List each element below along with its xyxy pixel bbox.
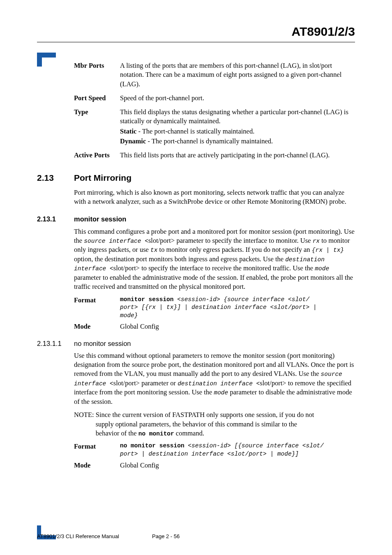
section-2-13-1-1-paragraph: Use this command without optional parame… xyxy=(74,351,355,406)
header-rule xyxy=(37,42,355,42)
mode-row-2: Mode Global Config xyxy=(74,461,355,470)
definition-description: This field lists ports that are actively… xyxy=(120,151,355,161)
subsection-number: 2.13.1 xyxy=(37,214,74,223)
section-2-13-heading: 2.13 Port Mirroring xyxy=(37,172,355,184)
subsubsection-title: no monitor session xyxy=(74,339,131,348)
mode-row-1: Mode Global Config xyxy=(74,322,355,331)
page-title: AT8901/2/3 xyxy=(37,25,355,39)
definition-row: TypeThis field displays the status desig… xyxy=(74,108,355,147)
definition-term: Mbr Ports xyxy=(74,61,120,90)
mode-value: Global Config xyxy=(120,322,355,331)
mode-value: Global Config xyxy=(120,461,355,470)
definition-row: Port SpeedSpeed of the port-channel port… xyxy=(74,94,355,104)
note-row: NOTE: Since the current version of FASTP… xyxy=(74,410,355,438)
definition-row: Mbr PortsA listing of the ports that are… xyxy=(74,61,355,90)
definition-term: Port Speed xyxy=(74,94,120,104)
definition-description: A listing of the ports that are members … xyxy=(120,61,355,90)
format-code: monitor session <session-id> {source int… xyxy=(120,296,355,320)
format-row-1: Format monitor session <session-id> {sou… xyxy=(74,296,355,320)
mode-label: Mode xyxy=(74,322,120,331)
subsubsection-number: 2.13.1.1 xyxy=(37,339,74,348)
definition-description: This field displays the status designati… xyxy=(120,108,355,147)
definition-term: Active Ports xyxy=(74,151,120,161)
subsection-title: monitor session xyxy=(74,214,126,223)
footer-left: AT8901/2/3 CLI Reference Manual xyxy=(37,533,152,539)
format-label: Format xyxy=(74,442,120,458)
definition-term: Type xyxy=(74,108,120,147)
format-row-2: Format no monitor session <session-id> [… xyxy=(74,442,355,458)
format-code: no monitor session <session-id> [{source… xyxy=(120,442,355,458)
mode-label: Mode xyxy=(74,461,120,470)
content-area: Mbr PortsA listing of the ports that are… xyxy=(74,61,355,470)
section-2-13-1-paragraph: This command configures a probe port and… xyxy=(74,227,355,292)
section-2-13-1-1-heading: 2.13.1.1 no monitor session xyxy=(37,339,355,348)
footer-page-number: Page 2 - 56 xyxy=(152,533,180,539)
footer: AT8901/2/3 CLI Reference Manual Page 2 -… xyxy=(37,533,355,539)
note-body: Since the current version of FASTPATH on… xyxy=(96,410,355,438)
section-number: 2.13 xyxy=(37,172,74,184)
note-label: NOTE: xyxy=(74,410,96,438)
section-2-13-1-heading: 2.13.1 monitor session xyxy=(37,214,355,223)
section-2-13-paragraph: Port mirroring, which is also known as p… xyxy=(74,188,355,207)
definition-description: Speed of the port-channel port. xyxy=(120,94,355,104)
format-label: Format xyxy=(74,296,120,320)
section-title: Port Mirroring xyxy=(74,172,131,184)
definition-row: Active PortsThis field lists ports that … xyxy=(74,151,355,161)
